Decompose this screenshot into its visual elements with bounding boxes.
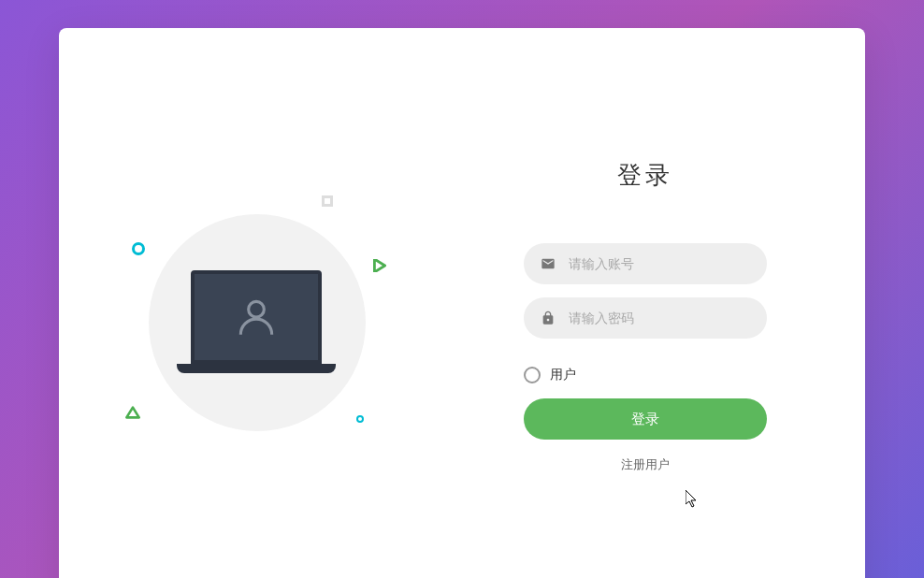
login-form-panel: 登录 用户 登录 注册用户 [462,28,865,578]
deco-circle-icon [132,242,145,255]
laptop-screen [191,270,322,364]
login-button[interactable]: 登录 [524,398,767,440]
deco-square-icon [322,195,333,207]
password-input-group [524,297,767,339]
illustration-wrap [93,149,429,485]
deco-dot-icon [356,415,364,423]
login-title: 登录 [617,159,673,192]
user-icon [233,294,280,340]
envelope-icon [541,256,556,271]
illustration-panel [59,28,462,578]
deco-triangle-icon [125,406,140,423]
deco-play-icon [373,259,386,276]
password-input[interactable] [569,311,750,325]
user-radio-label: 用户 [550,367,576,383]
login-card: 登录 用户 登录 注册用户 [59,28,865,578]
lock-icon [541,311,556,325]
account-input[interactable] [569,256,750,271]
laptop-base [177,364,336,373]
user-type-row: 用户 [524,367,767,383]
user-radio[interactable] [524,367,541,383]
svg-point-0 [248,301,264,317]
register-link[interactable]: 注册用户 [621,456,670,473]
laptop-illustration [191,270,336,373]
account-input-group [524,243,767,284]
